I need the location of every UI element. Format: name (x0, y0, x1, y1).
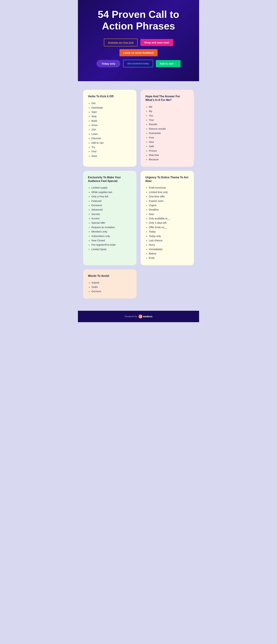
brand-name: wedevs (143, 315, 152, 318)
wedevs-icon (138, 314, 142, 318)
list-item: Access (92, 216, 132, 221)
wedevs-logo: wedevs (138, 314, 152, 318)
list-item: Order (92, 285, 132, 289)
add-to-cart-button[interactable]: Add to cart → (156, 60, 180, 67)
exclusivity-title: Exclusivity To Make Your Audience Feel S… (88, 176, 132, 183)
exclusivity-list: Limited supply While supplies last Only … (88, 186, 132, 252)
list-item: Save (92, 154, 132, 158)
list-item: Only available to__ (149, 216, 189, 221)
urgency-card: Urgency To Entice Theme To Act Now: Ends… (140, 171, 194, 265)
list-item: Find (92, 150, 132, 154)
verbs-title: Verbs To Kick it Off: (88, 95, 132, 98)
list-item: Exclusive (92, 203, 132, 208)
list-item: Get (92, 101, 132, 106)
verbs-list: Get Download Start Stop Build Grow Join … (88, 101, 132, 158)
list-item: Your (149, 118, 189, 122)
page-title: 54 Proven Call to Action Phrases (85, 9, 192, 32)
list-item: Risk-free (149, 153, 189, 157)
hope-card: Hope And The Answer For What's In It For… (140, 90, 194, 166)
urgency-title: Urgency To Entice Theme To Act Now: (146, 176, 189, 183)
list-item: Download (92, 106, 132, 110)
header-section: 54 Proven Call to Action Phrases Activat… (78, 0, 199, 81)
list-item: Now (149, 212, 189, 216)
list-item: Last chance (149, 238, 189, 243)
cards-grid-top: Verbs To Kick it Off: Get Download Start… (83, 90, 194, 265)
list-item: Learn (92, 132, 132, 136)
list-item: Add to cart (92, 141, 132, 145)
list-item: My (149, 109, 189, 114)
exclusivity-card: Exclusivity To Make Your Audience Feel S… (83, 171, 136, 265)
shop-button[interactable]: Shop and save now! (140, 39, 173, 46)
list-item: Results (149, 122, 189, 126)
list-item: Offer Ends on__ (149, 225, 189, 230)
avoid-title: Words To Avoid: (88, 274, 132, 278)
list-item: Special offer (92, 221, 132, 225)
list-item: Members only (92, 230, 132, 234)
list-item: Before (149, 252, 189, 256)
list-item: Hurry (149, 243, 189, 247)
list-item: You (149, 114, 189, 118)
list-item: New (149, 140, 189, 144)
cards-grid-bottom: Words To Avoid: Submit Order Our/ours (83, 269, 194, 299)
list-item: Grow (92, 123, 132, 128)
list-item: Subscribers only (92, 234, 132, 238)
list-item: While supplies last (92, 190, 132, 194)
list-item: Stop (92, 114, 132, 118)
avoid-list: Submit Order Our/ours (88, 280, 132, 294)
main-content: Verbs To Kick it Off: Get Download Start… (78, 81, 199, 310)
list-item: Build (92, 119, 132, 123)
list-item: Urgent (149, 203, 189, 208)
list-item: Today (149, 230, 189, 234)
get-involved-button[interactable]: Get involved today (123, 60, 153, 67)
list-item: Submit (92, 280, 132, 285)
list-item: Ends (149, 256, 189, 260)
activate-button[interactable]: Activate my free trial (104, 38, 138, 46)
list-item: Proven (149, 149, 189, 153)
list-item: Me (149, 105, 189, 109)
list-item: Our/ours (92, 289, 132, 294)
list-item: Discover (92, 136, 132, 140)
list-item: Safe (149, 144, 189, 148)
list-item: Only a Few left (92, 194, 132, 199)
list-item: Start (92, 110, 132, 114)
list-item: Limited Spots (92, 247, 132, 252)
list-item: Today only (149, 234, 189, 238)
list-item: One-time offer (149, 194, 189, 199)
buttons-row-1: Activate my free trial Shop and save now… (85, 38, 192, 56)
list-item: Returns results (149, 127, 189, 131)
feedback-button[interactable]: Leave us some feedback (120, 49, 158, 56)
list-item: Immediately (149, 247, 189, 252)
list-item: Secrets (92, 212, 132, 216)
list-item: Only X days left (149, 221, 189, 225)
designed-by-text: Designed by (125, 315, 137, 318)
list-item: Ends tomorrow (149, 186, 189, 190)
list-item: Advanced (92, 208, 132, 212)
footer: Designed by wedevs (78, 311, 199, 322)
list-item: Now Closed (92, 238, 132, 243)
hope-list: Me My You Your Results Returns results G… (146, 105, 189, 162)
list-item: Because (149, 157, 189, 162)
list-item: Guarantee (149, 131, 189, 136)
list-item: Try (92, 145, 132, 150)
buttons-row-2: Today only Get involved today Add to car… (85, 60, 192, 67)
list-item: Free (149, 136, 189, 140)
list-item: Limited time only (149, 190, 189, 194)
list-item: Join (92, 128, 132, 132)
empty-space (140, 269, 194, 299)
list-item: Expires soon (149, 199, 189, 203)
hope-title: Hope And The Answer For What's In It For… (146, 95, 189, 102)
today-only-button[interactable]: Today only (96, 60, 120, 67)
list-item: Pre-register/Pre-order (92, 243, 132, 247)
list-item: Featured (92, 199, 132, 203)
list-item: Request an invitation (92, 225, 132, 230)
list-item: Deadline (149, 208, 189, 212)
list-item: Limited supply (92, 186, 132, 190)
verbs-card: Verbs To Kick it Off: Get Download Start… (83, 90, 136, 166)
urgency-list: Ends tomorrow Limited time only One-time… (146, 186, 189, 260)
avoid-card: Words To Avoid: Submit Order Our/ours (83, 269, 136, 299)
